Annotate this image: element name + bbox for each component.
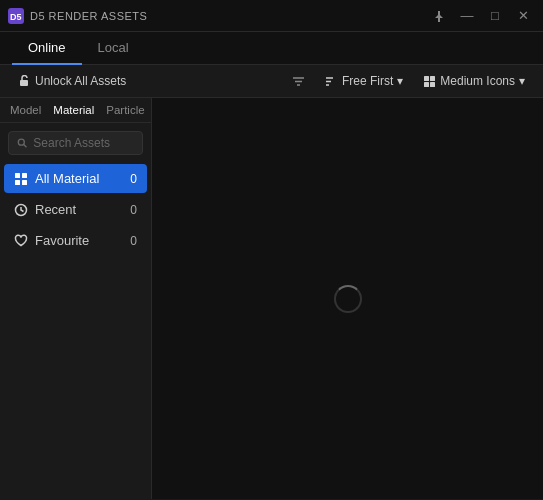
tab-local[interactable]: Local [82, 32, 145, 65]
sort-icon [325, 75, 338, 88]
filter-icon [292, 75, 305, 88]
nav-count-favourite: 0 [130, 234, 137, 248]
grid-icon [14, 172, 28, 186]
svg-point-13 [18, 139, 24, 145]
cat-tab-material[interactable]: Material [47, 98, 100, 122]
nav-item-favourite[interactable]: Favourite 0 [4, 226, 147, 255]
sort-button[interactable]: Free First ▾ [319, 71, 409, 91]
main-tabs: Online Local [0, 32, 543, 65]
svg-rect-11 [424, 82, 429, 87]
search-box[interactable] [8, 131, 143, 155]
cat-tab-particle[interactable]: Particle [100, 98, 150, 122]
title-bar: D5 D5 RENDER ASSETS — □ ✕ [0, 0, 543, 32]
content-area: Model Material Particle Scatte All Mater… [0, 98, 543, 499]
view-label: Medium Icons [440, 74, 515, 88]
heart-icon [14, 234, 28, 248]
nav-item-recent[interactable]: Recent 0 [4, 195, 147, 224]
window-controls: — □ ✕ [427, 4, 535, 28]
loading-spinner [334, 285, 362, 313]
svg-line-14 [23, 144, 26, 147]
svg-rect-18 [22, 180, 27, 185]
unlock-all-button[interactable]: Unlock All Assets [12, 71, 132, 91]
toolbar: Unlock All Assets Free First ▾ Medium Ic… [0, 65, 543, 98]
view-icon [423, 75, 436, 88]
svg-rect-17 [15, 180, 20, 185]
sort-label: Free First [342, 74, 393, 88]
pin-button[interactable] [427, 4, 451, 28]
unlock-icon [18, 75, 30, 87]
filter-button[interactable] [286, 72, 311, 91]
svg-rect-15 [15, 173, 20, 178]
search-input[interactable] [33, 136, 134, 150]
svg-rect-16 [22, 173, 27, 178]
svg-rect-2 [20, 80, 28, 86]
nav-count-all-material: 0 [130, 172, 137, 186]
category-tabs: Model Material Particle Scatte [0, 98, 151, 123]
nav-label-all-material: All Material [35, 171, 99, 186]
view-button[interactable]: Medium Icons ▾ [417, 71, 531, 91]
nav-label-recent: Recent [35, 202, 76, 217]
search-icon [17, 137, 27, 149]
tab-online[interactable]: Online [12, 32, 82, 65]
app-logo: D5 [8, 8, 24, 24]
app-title: D5 RENDER ASSETS [30, 10, 427, 22]
nav-label-favourite: Favourite [35, 233, 89, 248]
maximize-button[interactable]: □ [483, 4, 507, 28]
view-chevron: ▾ [519, 74, 525, 88]
nav-item-all-material[interactable]: All Material 0 [4, 164, 147, 193]
close-button[interactable]: ✕ [511, 4, 535, 28]
sidebar: Model Material Particle Scatte All Mater… [0, 98, 152, 499]
minimize-button[interactable]: — [455, 4, 479, 28]
unlock-label: Unlock All Assets [35, 74, 126, 88]
cat-tab-model[interactable]: Model [4, 98, 47, 122]
nav-count-recent: 0 [130, 203, 137, 217]
svg-rect-10 [430, 76, 435, 81]
svg-rect-9 [424, 76, 429, 81]
svg-text:D5: D5 [10, 12, 22, 22]
sort-chevron: ▾ [397, 74, 403, 88]
svg-rect-12 [430, 82, 435, 87]
main-panel [152, 98, 543, 499]
clock-icon [14, 203, 28, 217]
